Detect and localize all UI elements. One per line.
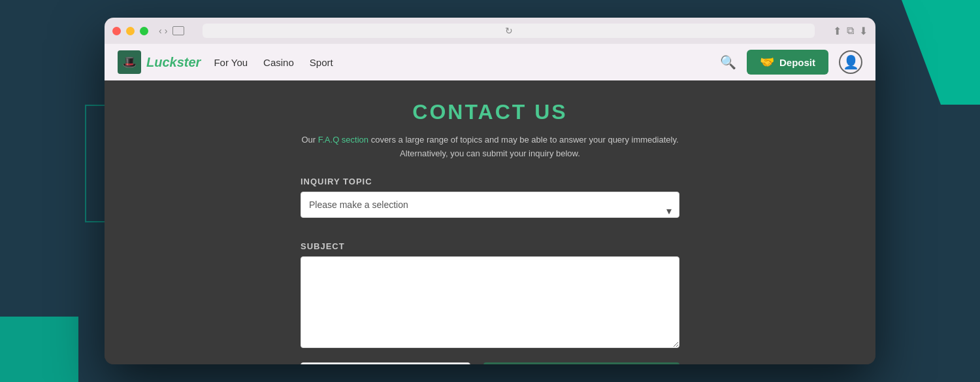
nav-links: For You Casino Sport (214, 57, 720, 68)
contact-form: INQUIRY TOPIC Please make a selection SU… (301, 177, 679, 364)
toolbar-right: ⬆ ⧉ ⬇ (833, 25, 868, 37)
bg-decoration-bl (0, 317, 78, 382)
sidebar-toggle-icon[interactable] (172, 26, 184, 35)
share-icon[interactable]: ⬆ (833, 25, 841, 37)
deposit-button[interactable]: 🤝 Deposit (747, 50, 828, 75)
submit-button[interactable]: SUBMIT (483, 362, 679, 364)
browser-window: ‹ › ↻ ⬆ ⧉ ⬇ 🎩 Luckster For You Casino Sp… (105, 18, 875, 364)
logo-icon: 🎩 (118, 50, 141, 74)
nav-arrows: ‹ › (159, 26, 167, 36)
mac-titlebar: ‹ › ↻ ⬆ ⧉ ⬇ (105, 18, 875, 44)
recaptcha-widget[interactable]: I'm not a robot 🔄 reCAPTCHAPrivacy · Ter… (301, 362, 470, 364)
subject-textarea[interactable] (301, 256, 679, 348)
subtitle-pre: Our (301, 135, 318, 145)
reload-icon[interactable]: ↻ (505, 26, 513, 36)
address-bar[interactable]: ↻ (203, 24, 815, 38)
nav-casino[interactable]: Casino (263, 57, 294, 68)
user-icon: 👤 (843, 54, 859, 70)
main-content: CONTACT US Our F.A.Q section covers a la… (105, 80, 875, 364)
mac-maximize-button[interactable] (140, 27, 148, 35)
mac-close-button[interactable] (112, 27, 121, 35)
contact-subtitle: Our F.A.Q section covers a large range o… (301, 133, 678, 161)
duplicate-icon[interactable]: ⧉ (847, 25, 854, 37)
page-title: CONTACT US (412, 100, 567, 124)
faq-link[interactable]: F.A.Q section (318, 135, 368, 145)
nav-sport[interactable]: Sport (310, 57, 333, 68)
nav-foryou[interactable]: For You (214, 57, 248, 68)
nav-right: 🔍 🤝 Deposit 👤 (720, 50, 862, 75)
mac-minimize-button[interactable] (126, 27, 135, 35)
download-icon[interactable]: ⬇ (859, 25, 868, 37)
inquiry-select-wrapper: Please make a selection (301, 192, 679, 230)
back-arrow-icon[interactable]: ‹ (159, 26, 162, 36)
forward-arrow-icon[interactable]: › (165, 26, 168, 36)
site-navbar: 🎩 Luckster For You Casino Sport 🔍 🤝 Depo… (105, 44, 875, 80)
subtitle-post: covers a large range of topics and may b… (368, 135, 679, 145)
hat-icon: 🎩 (122, 55, 137, 69)
inquiry-label: INQUIRY TOPIC (301, 177, 679, 186)
bottom-row: I'm not a robot 🔄 reCAPTCHAPrivacy · Ter… (301, 362, 679, 364)
logo-area: 🎩 Luckster (118, 50, 201, 74)
search-icon[interactable]: 🔍 (720, 54, 736, 70)
subject-label: SUBJECT (301, 241, 679, 251)
inquiry-topic-select[interactable]: Please make a selection (301, 192, 679, 218)
subtitle-line2: Alternatively, you can submit your inqui… (400, 148, 580, 158)
deposit-icon: 🤝 (760, 55, 774, 69)
logo-text[interactable]: Luckster (146, 55, 201, 70)
deposit-label: Deposit (779, 57, 815, 68)
user-avatar[interactable]: 👤 (839, 50, 862, 74)
